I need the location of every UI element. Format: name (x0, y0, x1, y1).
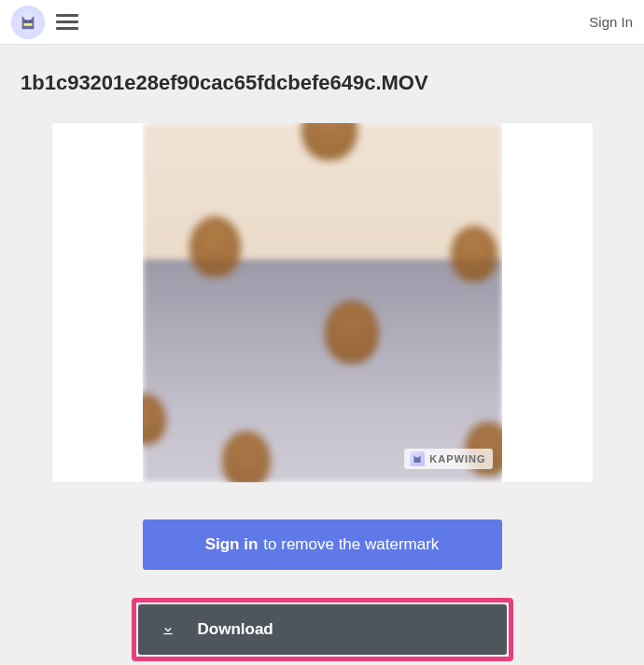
video-blur-spot (325, 300, 379, 364)
watermark-badge: KAPWING (404, 449, 492, 469)
signin-bold-text: Sign in (205, 535, 259, 554)
watermark-text: KAPWING (429, 453, 485, 464)
signin-rest-text: to remove the watermark (263, 535, 439, 554)
download-icon (161, 622, 175, 637)
video-card: KAPWING (52, 123, 593, 482)
page-body: 1b1c93201e28ef90cac65fdcbefe649c.MOV KAP… (0, 45, 644, 665)
signin-remove-watermark-button[interactable]: Sign in to remove the watermark (143, 520, 502, 570)
video-preview[interactable]: KAPWING (143, 123, 502, 482)
video-blur-spot (451, 226, 497, 282)
video-blur-spot (222, 431, 271, 482)
cat-logo-icon (18, 12, 38, 33)
logo[interactable] (11, 6, 45, 39)
download-label: Download (198, 620, 273, 639)
navbar: Sign In (0, 0, 644, 45)
page-title: 1b1c93201e28ef90cac65fdcbefe649c.MOV (21, 71, 623, 95)
video-blur-spot (189, 216, 241, 277)
download-button[interactable]: Download (138, 604, 507, 655)
svg-rect-0 (23, 22, 32, 25)
svg-point-2 (29, 21, 31, 22)
svg-point-1 (25, 21, 27, 22)
download-highlight-frame: Download (132, 598, 513, 661)
video-background (143, 123, 502, 482)
watermark-cat-icon (410, 451, 425, 466)
nav-left (11, 6, 78, 39)
signin-link[interactable]: Sign In (589, 14, 633, 30)
menu-icon[interactable] (56, 11, 78, 34)
